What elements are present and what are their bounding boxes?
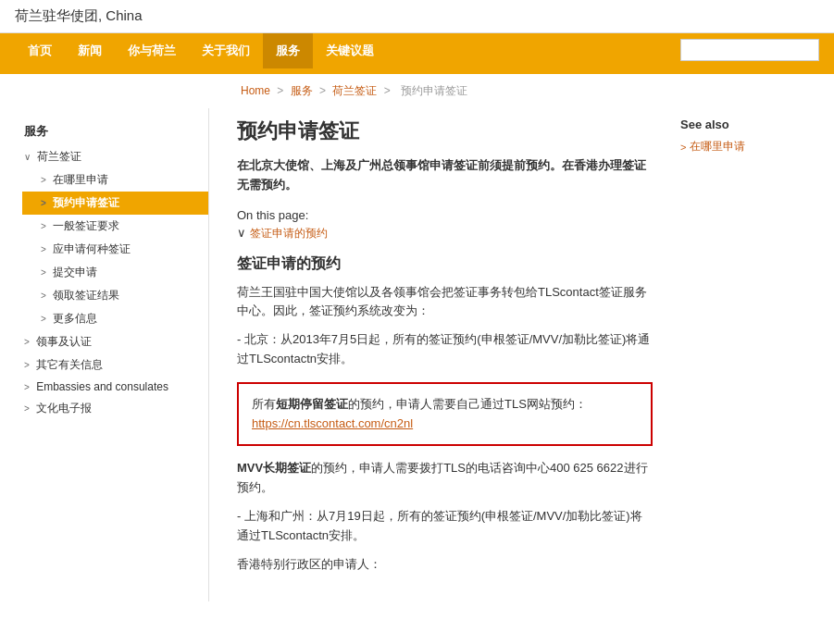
intro-text: 在北京大使馆、上海及广州总领事馆申请签证前须提前预约。在香港办理签证无需预约。	[237, 156, 653, 195]
chevron-icon-sub2: >	[41, 221, 46, 231]
sidebar-section-title: 服务	[15, 118, 208, 145]
chevron-icon-sub4: >	[41, 267, 46, 278]
body-para-3: MVV长期签证的预约，申请人需要拨打TLS的电话咨询中心400 625 6622…	[237, 459, 653, 498]
sidebar-group-link-netherlands-visa[interactable]: 荷兰签证	[37, 150, 81, 163]
sidebar-item-more-info[interactable]: > 更多信息	[22, 307, 208, 330]
chevron-icon: ∨	[24, 152, 31, 162]
see-also-link-0[interactable]: 在哪里申请	[690, 139, 745, 155]
body-para-1: 荷兰王国驻中国大使馆以及各领事馆会把签证事务转包给TLScontact签证服务中…	[237, 283, 653, 322]
highlighted-bold-text: 短期停留签证	[276, 397, 348, 411]
site-title: 荷兰驻华使团, China	[15, 7, 143, 23]
breadcrumb: Home > 服务 > 荷兰签证 > 预约申请签证	[0, 74, 834, 108]
checkmark-icon: ∨	[237, 226, 250, 240]
nav-search-container	[680, 39, 819, 61]
nav-bar: 首页 新闻 你与荷兰 关于我们 服务 关键议题	[0, 33, 834, 68]
sidebar-group-culture[interactable]: > 文化电子报	[15, 397, 208, 420]
mvv-bold: MVV长期签证	[237, 461, 311, 475]
sidebar-subsection-netherlands-visa: > 在哪里申请 > 预约申请签证 > 一般签证要求 > 应申请何种签证 >	[22, 168, 208, 330]
intro-bold: 在北京大使馆、上海及广州总领事馆申请签证前须提前预约。在香港办理签证无需预约。	[237, 158, 646, 192]
chevron-icon-sub5: >	[41, 291, 46, 301]
chevron-icon-embassies: >	[24, 382, 30, 392]
nav-item-services[interactable]: 服务	[263, 33, 313, 68]
sidebar-group-netherlands-visa[interactable]: ∨ 荷兰签证	[15, 145, 208, 168]
main-layout: 服务 ∨ 荷兰签证 > 在哪里申请 > 预约申请签证 > 一般签证要求	[0, 108, 834, 601]
body-para-5: 香港特别行政区的申请人：	[237, 555, 653, 575]
see-also-arrow-icon: >	[680, 142, 686, 153]
sidebar-item-where-to-apply[interactable]: > 在哪里申请	[22, 168, 208, 192]
sidebar-item-general-requirements[interactable]: > 一般签证要求	[22, 215, 208, 238]
breadcrumb-services[interactable]: 服务	[291, 84, 313, 97]
sidebar-item-which-visa[interactable]: > 应申请何种签证	[22, 238, 208, 261]
chevron-icon-sub-active: >	[41, 198, 46, 208]
sidebar-section-services: 服务 ∨ 荷兰签证 > 在哪里申请 > 预约申请签证 > 一般签证要求	[15, 118, 208, 420]
sidebar-group-link-other-info[interactable]: 其它有关信息	[36, 358, 103, 371]
on-this-page: On this page: ∨ 签证申请的预约	[237, 208, 653, 242]
highlighted-text-suffix: 的预约，申请人需要自己通过TLS网站预约：	[348, 397, 587, 411]
tls-link[interactable]: https://cn.tlscontact.com/cn2nl	[252, 416, 413, 430]
nav-item-news[interactable]: 新闻	[65, 33, 115, 68]
chevron-icon-sub6: >	[41, 314, 46, 324]
sidebar: 服务 ∨ 荷兰签证 > 在哪里申请 > 预约申请签证 > 一般签证要求	[15, 108, 209, 601]
sidebar-group-link-culture[interactable]: 文化电子报	[36, 402, 92, 415]
sidebar-group-link-embassies[interactable]: Embassies and consulates	[36, 380, 168, 393]
site-header: 荷兰驻华使团, China	[0, 0, 834, 33]
search-input[interactable]	[680, 39, 819, 61]
chevron-icon-sub3: >	[41, 244, 46, 254]
nav-item-you-and-netherlands[interactable]: 你与荷兰	[115, 33, 189, 68]
section-title-appointment: 签证申请的预约	[237, 254, 653, 274]
chevron-icon-sub: >	[41, 175, 46, 185]
see-also-item-0: > 在哪里申请	[680, 139, 810, 155]
sidebar-group-consular[interactable]: > 领事及认证	[15, 330, 208, 353]
sidebar-item-submit[interactable]: > 提交申请	[22, 261, 208, 284]
on-this-page-label: On this page:	[237, 208, 653, 222]
sidebar-item-collect-result[interactable]: > 领取签证结果	[22, 284, 208, 307]
breadcrumb-home[interactable]: Home	[241, 84, 270, 97]
see-also-title: See also	[680, 118, 810, 131]
nav-item-about-us[interactable]: 关于我们	[189, 33, 263, 68]
nav-item-home[interactable]: 首页	[15, 33, 65, 68]
breadcrumb-current: 预约申请签证	[401, 84, 467, 97]
highlighted-text-prefix: 所有	[252, 397, 276, 411]
page-title: 预约申请签证	[237, 118, 653, 145]
highlighted-box: 所有短期停留签证的预约，申请人需要自己通过TLS网站预约： https://cn…	[237, 382, 653, 447]
sidebar-item-appointment[interactable]: > 预约申请签证	[22, 192, 208, 215]
body-para-4: - 上海和广州：从7月19日起，所有的签证预约(申根签证/MVV/加勒比签证)将…	[237, 507, 653, 546]
on-this-page-link-container: ∨ 签证申请的预约	[237, 226, 653, 242]
sidebar-group-other-info[interactable]: > 其它有关信息	[15, 353, 208, 377]
breadcrumb-visa[interactable]: 荷兰签证	[332, 84, 377, 97]
chevron-icon-culture: >	[24, 403, 30, 414]
main-content: 预约申请签证 在北京大使馆、上海及广州总领事馆申请签证前须提前预约。在香港办理签…	[209, 108, 671, 601]
on-this-page-link[interactable]: 签证申请的预约	[250, 227, 328, 240]
see-also: See also > 在哪里申请	[671, 108, 819, 601]
body-para-2: - 北京：从2013年7月5日起，所有的签证预约(申根签证/MVV/加勒比签证)…	[237, 330, 653, 369]
chevron-icon-other: >	[24, 360, 30, 370]
sidebar-group-embassies[interactable]: > Embassies and consulates	[15, 377, 208, 397]
sidebar-group-link-consular[interactable]: 领事及认证	[36, 335, 92, 348]
nav-item-key-issues[interactable]: 关键议题	[313, 33, 387, 68]
chevron-icon-consular: >	[24, 337, 30, 347]
